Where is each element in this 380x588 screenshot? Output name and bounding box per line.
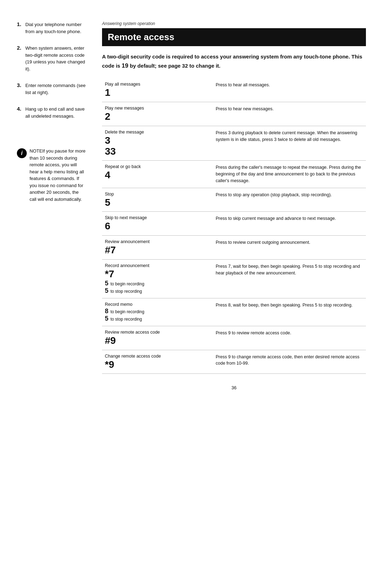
cmd-key: 6 <box>105 221 207 232</box>
note-text: NOTEIf you pause for more than 10 second… <box>30 148 87 203</box>
cmd-key: 2 <box>105 111 207 122</box>
cmd-cell-right: Press to hear new messages. <box>213 102 366 126</box>
cmd-cell-left: Record memo 8 to begin recording 5 to st… <box>102 298 213 326</box>
cmd-label: Change remote access code <box>105 354 207 359</box>
subkey-1-num: 5 <box>105 280 108 287</box>
table-row: Repeat or go back 4 Press during the cal… <box>102 161 366 188</box>
left-column: 1. Dial your telephone number from any t… <box>0 21 95 567</box>
step-4-num: 4. <box>17 106 23 112</box>
page-number: 36 <box>102 385 366 390</box>
cmd-cell-left: Record announcement *7 5 to begin record… <box>102 260 213 298</box>
table-row: Skip to next message 6 Press to skip cur… <box>102 212 366 236</box>
cmd-label: Stop <box>105 192 207 197</box>
cmd-cell-right: Press to review current outgoing announc… <box>213 236 366 260</box>
cmd-key: *9 <box>105 359 207 370</box>
step-1-text: Dial your telephone number from any touc… <box>25 21 87 35</box>
cmd-label: Review announcement <box>105 239 207 244</box>
cmd-label: Review remote access code <box>105 330 207 335</box>
cmd-cell-right: Press 9 to change remote access code, th… <box>213 350 366 374</box>
cmd-key: 3 <box>105 135 207 146</box>
table-row: Record memo 8 to begin recording 5 to st… <box>102 298 366 326</box>
cmd-cell-left: Play new messages 2 <box>102 102 213 126</box>
cmd-label: Delete the message <box>105 130 207 135</box>
cmd-label: Repeat or go back <box>105 164 207 169</box>
step-3-text: Enter remote commands (see list at right… <box>25 82 87 96</box>
step-4-text: Hang up to end call and save all undelet… <box>25 106 87 119</box>
step-1: 1. Dial your telephone number from any t… <box>17 21 87 35</box>
cmd-key-main: *7 <box>105 269 207 280</box>
cmd-label: Record announcement <box>105 263 207 268</box>
cmd-cell-right: Press 3 during playback to delete curren… <box>213 126 366 161</box>
memo-label-1: to begin recording <box>110 309 144 314</box>
table-row: Delete the message 3 33 Press 3 during p… <box>102 126 366 161</box>
table-row: Review announcement #7 Press to review c… <box>102 236 366 260</box>
table-row: Play new messages 2 Press to hear new me… <box>102 102 366 126</box>
cmd-cell-right: Press to hear all messages. <box>213 78 366 102</box>
step-2-num: 2. <box>17 45 23 51</box>
cmd-key: 1 <box>105 87 207 98</box>
subkey-2-num: 5 <box>105 287 108 295</box>
cmd-cell-right: Press 7, wait for beep, then begin speak… <box>213 260 366 298</box>
memo-label-2: to stop recording <box>110 317 142 322</box>
step-1-num: 1. <box>17 21 23 27</box>
right-column: Answering system operation Remote access… <box>95 21 380 567</box>
page-title: Remote access <box>102 28 366 46</box>
info-icon: i <box>17 148 27 158</box>
cmd-label: Play all messages <box>105 82 207 87</box>
cmd-key: 5 <box>105 197 207 208</box>
cmd-cell-right: Press 8, wait for beep, then begin speak… <box>213 298 366 326</box>
cmd-subkey-2: 5 to stop recording <box>105 287 207 295</box>
cmd-subkey-memo-2: 5 to stop recording <box>105 315 207 322</box>
cmd-cell-left: Stop 5 <box>102 188 213 212</box>
cmd-label: Skip to next message <box>105 215 207 220</box>
cmd-subkey-1: 5 to begin recording <box>105 280 207 287</box>
table-row: Play all messages 1 Press to hear all me… <box>102 78 366 102</box>
cmd-label: Play new messages <box>105 106 207 111</box>
subkey-1-label: to begin recording <box>110 281 144 286</box>
table-row: Record announcement *7 5 to begin record… <box>102 260 366 298</box>
memo-key-1: 8 <box>105 308 108 315</box>
memo-key-2: 5 <box>105 315 108 322</box>
table-row: Change remote access code *9 Press 9 to … <box>102 350 366 374</box>
page: 1. Dial your telephone number from any t… <box>0 0 380 588</box>
cmd-subkey-memo-1: 8 to begin recording <box>105 308 207 315</box>
commands-table: Play all messages 1 Press to hear all me… <box>102 78 366 374</box>
cmd-label: Record memo <box>105 302 207 307</box>
code-number: 19 <box>122 62 128 69</box>
cmd-cell-left: Repeat or go back 4 <box>102 161 213 188</box>
subkey-2-label: to stop recording <box>110 289 142 294</box>
cmd-cell-left: Play all messages 1 <box>102 78 213 102</box>
cmd-key: #7 <box>105 245 207 256</box>
step-3: 3. Enter remote commands (see list at ri… <box>17 82 87 96</box>
table-row: Review remote access code #9 Press 9 to … <box>102 326 366 350</box>
table-row: Stop 5 Press to stop any operation (stop… <box>102 188 366 212</box>
cmd-cell-left: Skip to next message 6 <box>102 212 213 236</box>
cmd-cell-left: Review announcement #7 <box>102 236 213 260</box>
step-4: 4. Hang up to end call and save all unde… <box>17 106 87 119</box>
cmd-cell-right: Press during the caller's message to rep… <box>213 161 366 188</box>
cmd-key: 4 <box>105 170 207 181</box>
section-label: Answering system operation <box>102 21 366 26</box>
cmd-cell-left: Delete the message 3 33 <box>102 126 213 161</box>
cmd-cell-left: Review remote access code #9 <box>102 326 213 350</box>
cmd-cell-right: Press to skip current message and advanc… <box>213 212 366 236</box>
cmd-key: #9 <box>105 335 207 346</box>
intro-text: A two-digit security code is required to… <box>102 52 366 70</box>
cmd-cell-left: Change remote access code *9 <box>102 350 213 374</box>
cmd-cell-right: Press to stop any operation (stop playba… <box>213 188 366 212</box>
cmd-key2: 33 <box>105 146 207 157</box>
step-3-num: 3. <box>17 82 23 88</box>
step-2: 2. When system answers, enter two-digit … <box>17 45 87 72</box>
cmd-cell-right: Press 9 to review remote access code. <box>213 326 366 350</box>
step-2-text: When system answers, enter two-digit rem… <box>25 45 87 72</box>
note-box: i NOTEIf you pause for more than 10 seco… <box>17 148 87 203</box>
